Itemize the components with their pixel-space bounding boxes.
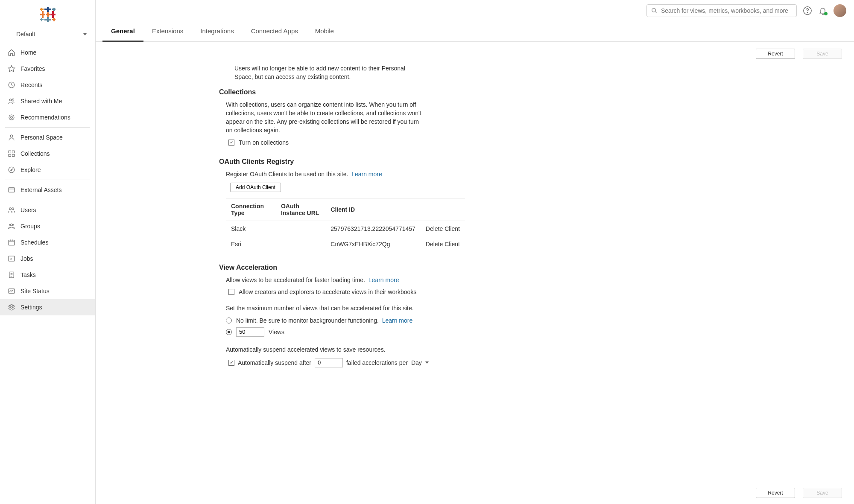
sidebar-item-label: Explore: [20, 166, 41, 173]
cell-instance-url: [276, 236, 325, 252]
tabs: General Extensions Integrations Connecte…: [96, 21, 854, 42]
sidebar-item-explore[interactable]: Explore: [0, 162, 95, 178]
auto-suspend-label: Automatically suspend after: [238, 359, 311, 366]
svg-point-24: [10, 135, 13, 137]
auto-suspend-input[interactable]: [315, 358, 343, 367]
svg-rect-28: [12, 154, 15, 157]
calendar-icon: [8, 239, 15, 246]
action-bar-bottom: Revert Save: [96, 482, 854, 504]
sidebar-item-settings[interactable]: Settings: [0, 299, 95, 315]
sidebar-item-recommendations[interactable]: Recommendations: [0, 109, 95, 125]
sidebar-item-personal-space[interactable]: Personal Space: [0, 129, 95, 146]
sidebar-item-site-status[interactable]: Site Status: [0, 283, 95, 299]
divider: [5, 180, 90, 180]
cell-instance-url: [276, 221, 325, 237]
delete-client-link[interactable]: Delete Client: [421, 236, 465, 252]
svg-rect-25: [9, 151, 11, 153]
cell-client-id: CnWG7xEHBXic72Qg: [325, 236, 421, 252]
table-row: Esri CnWG7xEHBXic72Qg Delete Client: [226, 236, 465, 252]
oauth-table: Connection Type OAuth Instance URL Clien…: [226, 198, 465, 252]
sidebar-item-schedules[interactable]: Schedules: [0, 234, 95, 251]
home-icon: [8, 49, 15, 56]
avatar[interactable]: [834, 4, 846, 17]
view-accel-title: View Acceleration: [219, 264, 516, 271]
sidebar-item-label: Home: [20, 49, 36, 56]
collections-checkbox[interactable]: [228, 140, 234, 146]
tableau-logo: [0, 0, 95, 26]
view-accel-learn-more[interactable]: Learn more: [369, 277, 399, 283]
table-header: Connection Type OAuth Instance URL Clien…: [226, 198, 465, 221]
period-dropdown[interactable]: Day: [411, 359, 429, 366]
status-icon: [8, 287, 15, 295]
notifications-button[interactable]: [818, 6, 828, 15]
main: General Extensions Integrations Connecte…: [96, 0, 854, 504]
help-button[interactable]: [803, 6, 812, 15]
sidebar-item-label: Users: [20, 207, 36, 213]
collections-icon: [8, 150, 15, 157]
table-row: Slack 257976321713.2222054771457 Delete …: [226, 221, 465, 237]
sidebar-item-label: Shared with Me: [20, 98, 62, 105]
help-icon: [803, 6, 812, 15]
sidebar-item-groups[interactable]: Groups: [0, 218, 95, 234]
allow-accelerate-label: Allow creators and explorers to accelera…: [239, 288, 416, 295]
search-box[interactable]: [646, 4, 797, 17]
tab-extensions[interactable]: Extensions: [143, 21, 192, 42]
revert-button[interactable]: Revert: [756, 49, 795, 59]
sidebar-item-jobs[interactable]: Jobs: [0, 251, 95, 267]
save-button[interactable]: Save: [803, 49, 842, 59]
sidebar-item-users[interactable]: Users: [0, 202, 95, 218]
no-limit-radio[interactable]: [226, 318, 232, 323]
svg-rect-31: [9, 188, 15, 192]
views-limit-radio[interactable]: [226, 329, 232, 335]
auto-suspend-checkbox[interactable]: [228, 360, 234, 366]
add-oauth-client-button[interactable]: Add OAuth Client: [230, 183, 281, 192]
sidebar-item-recents[interactable]: Recents: [0, 77, 95, 93]
section-view-acceleration: View Acceleration Allow views to be acce…: [226, 264, 516, 367]
sidebar: Default Home Favorites Recents Shared wi…: [0, 0, 96, 504]
sidebar-item-label: Collections: [20, 150, 50, 157]
sidebar-item-home[interactable]: Home: [0, 44, 95, 61]
auto-suspend-desc: Automatically suspend accelerated views …: [226, 345, 427, 354]
svg-point-37: [11, 224, 12, 225]
divider: [5, 127, 90, 128]
tab-connected-apps[interactable]: Connected Apps: [243, 21, 307, 42]
delete-client-link[interactable]: Delete Client: [421, 221, 465, 237]
sidebar-item-shared[interactable]: Shared with Me: [0, 93, 95, 109]
tab-general[interactable]: General: [102, 21, 143, 42]
sidebar-item-favorites[interactable]: Favorites: [0, 61, 95, 77]
search-input[interactable]: [661, 7, 792, 14]
allow-accelerate-checkbox[interactable]: [228, 289, 234, 295]
tab-mobile[interactable]: Mobile: [307, 21, 342, 42]
jobs-icon: [8, 255, 15, 262]
sidebar-item-label: Recommendations: [20, 114, 70, 121]
svg-rect-7: [52, 11, 54, 18]
personal-space-helper: Users will no longer be able to add new …: [234, 64, 414, 82]
chevron-down-icon: [425, 361, 429, 364]
sidebar-item-collections[interactable]: Collections: [0, 146, 95, 162]
svg-rect-38: [9, 240, 15, 245]
oauth-desc: Register OAuth Clients to be used on thi…: [226, 170, 427, 178]
views-limit-input[interactable]: [236, 327, 264, 337]
save-button[interactable]: Save: [803, 488, 842, 498]
divider: [5, 200, 90, 200]
clock-icon: [8, 81, 15, 89]
star-icon: [8, 65, 15, 73]
svg-rect-13: [40, 19, 44, 20]
section-collections: Collections With collections, users can …: [226, 88, 516, 146]
sidebar-item-tasks[interactable]: Tasks: [0, 267, 95, 283]
svg-rect-17: [46, 14, 50, 15]
revert-button[interactable]: Revert: [756, 488, 795, 498]
nav: Home Favorites Recents Shared with Me Re…: [0, 44, 95, 315]
recommendation-icon: [8, 114, 15, 121]
gear-icon: [8, 303, 15, 311]
svg-point-34: [12, 208, 14, 210]
tab-integrations[interactable]: Integrations: [192, 21, 242, 42]
svg-rect-9: [40, 9, 44, 10]
site-selector[interactable]: Default: [0, 26, 95, 44]
oauth-learn-more[interactable]: Learn more: [351, 171, 382, 178]
svg-marker-30: [11, 169, 13, 171]
sidebar-item-external-assets[interactable]: External Assets: [0, 182, 95, 198]
svg-rect-11: [52, 9, 56, 10]
no-limit-learn-more[interactable]: Learn more: [382, 317, 413, 324]
content: Users will no longer be able to add new …: [96, 59, 854, 482]
